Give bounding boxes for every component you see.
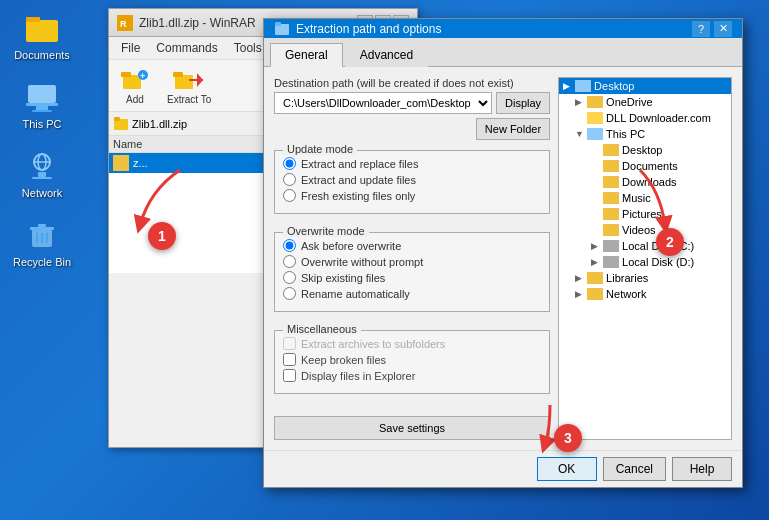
new-folder-button[interactable]: New Folder [476,118,550,140]
tree-item-dll-downloader[interactable]: DLL Downloader.com [559,110,731,126]
save-settings-button[interactable]: Save settings [274,416,550,440]
radio-skip-existing[interactable]: Skip existing files [283,271,541,284]
folder-icon [587,128,603,140]
this-pc-label: This PC [22,118,61,130]
folder-icon [603,208,619,220]
dest-row: C:\Users\DllDownloader_com\Desktop Displ… [274,92,550,114]
overwrite-mode-group: Overwrite mode Ask before overwrite Over… [274,232,550,312]
recycle-bin-label: Recycle Bin [13,256,71,268]
folder-icon [587,288,603,300]
tree-item-downloads[interactable]: Downloads [559,174,731,190]
tree-label: Libraries [606,272,648,284]
network-icon[interactable]: Network [10,148,74,199]
radio-extract-update[interactable]: Extract and update files [283,173,541,186]
dialog-tabs: General Advanced [264,38,742,67]
dialog-close-button[interactable]: ✕ [714,21,732,37]
dialog-titlebar: Extraction path and options ? ✕ [264,19,742,38]
tree-label: Local Disk (D:) [622,256,694,268]
winrar-icon: R [117,15,133,31]
tree-label: Desktop [622,144,662,156]
tree-item-music[interactable]: Music [559,190,731,206]
radio-extract-update-label: Extract and update files [301,174,416,186]
folder-icon [587,272,603,284]
radio-skip-existing-label: Skip existing files [301,272,385,284]
miscellaneous-label: Miscellaneous [283,323,361,335]
dialog-icon [274,21,290,37]
radio-ask-overwrite[interactable]: Ask before overwrite [283,239,541,252]
extract-to-button[interactable]: Extract To [161,64,217,107]
dialog-title: Extraction path and options [296,22,692,36]
menu-commands[interactable]: Commands [148,39,225,57]
dialog-help-button[interactable]: ? [692,21,710,37]
recycle-bin-icon[interactable]: Recycle Bin [10,217,74,268]
desktop: Documents This PC [0,0,769,520]
tree-label: DLL Downloader.com [606,112,711,124]
tree-item-desktop-root[interactable]: ▶ Desktop [559,78,731,94]
tree-item-local-c[interactable]: ▶ Local Disk (C:) [559,238,731,254]
tree-item-pictures[interactable]: Pictures [559,206,731,222]
documents-icon[interactable]: Documents [10,10,74,61]
svg-rect-3 [26,103,58,106]
ok-button[interactable]: OK [537,457,597,481]
desktop-icons: Documents This PC [10,10,74,268]
tree-item-this-pc[interactable]: ▼ This PC [559,126,731,142]
network-label: Network [22,187,62,199]
tree-item-desktop-sub[interactable]: Desktop [559,142,731,158]
tree-label: Network [606,288,646,300]
folder-icon [603,160,619,172]
svg-rect-1 [26,17,40,22]
extract-to-label: Extract To [167,94,211,105]
folder-icon [603,144,619,156]
radio-overwrite-prompt[interactable]: Overwrite without prompt [283,255,541,268]
radio-fresh-existing[interactable]: Fresh existing files only [283,189,541,202]
folder-icon [587,112,603,124]
tree-label: Videos [622,224,655,236]
help-button[interactable]: Help [672,457,732,481]
radio-rename-auto[interactable]: Rename automatically [283,287,541,300]
radio-rename-auto-label: Rename automatically [301,288,410,300]
checkbox-keep-broken[interactable]: Keep broken files [283,353,541,366]
checkbox-extract-subfolders-label: Extract archives to subfolders [301,338,445,350]
svg-rect-20 [121,72,131,77]
this-pc-icon[interactable]: This PC [10,79,74,130]
file-name: z... [133,157,148,169]
dest-path-select[interactable]: C:\Users\DllDownloader_com\Desktop [274,92,492,114]
file-tree[interactable]: ▶ Desktop ▶ OneDrive DLL Downloader.com [558,77,732,440]
tree-item-documents[interactable]: Documents [559,158,731,174]
tree-item-videos[interactable]: Videos [559,222,731,238]
cancel-button[interactable]: Cancel [603,457,666,481]
folder-icon [603,240,619,252]
svg-rect-10 [32,177,52,179]
folder-icon [603,224,619,236]
tree-item-onedrive[interactable]: ▶ OneDrive [559,94,731,110]
tree-item-network[interactable]: ▶ Network [559,286,731,302]
checkbox-display-explorer[interactable]: Display files in Explorer [283,369,541,382]
menu-file[interactable]: File [113,39,148,57]
radio-fresh-existing-label: Fresh existing files only [301,190,415,202]
folder-icon [587,96,603,108]
svg-rect-12 [30,227,54,230]
svg-rect-4 [36,106,48,110]
svg-rect-19 [123,75,141,89]
tab-general[interactable]: General [270,43,343,67]
folder-icon [603,192,619,204]
display-button[interactable]: Display [496,92,550,114]
svg-rect-2 [28,85,56,103]
checkbox-extract-subfolders[interactable]: Extract archives to subfolders [283,337,541,350]
dest-label: Destination path (will be created if doe… [274,77,550,89]
svg-rect-30 [275,22,281,26]
destination-section: Destination path (will be created if doe… [274,77,550,140]
dialog-right: ▶ Desktop ▶ OneDrive DLL Downloader.com [558,77,732,440]
add-button[interactable]: + Add [113,64,157,107]
miscellaneous-group: Miscellaneous Extract archives to subfol… [274,330,550,394]
tree-label: Local Disk (C:) [622,240,694,252]
svg-rect-23 [175,75,193,89]
add-label: Add [126,94,144,105]
folder-icon [603,176,619,188]
folder-icon [575,80,591,92]
tree-item-local-d[interactable]: ▶ Local Disk (D:) [559,254,731,270]
tab-advanced[interactable]: Advanced [345,43,428,67]
radio-extract-replace[interactable]: Extract and replace files [283,157,541,170]
tree-item-libraries[interactable]: ▶ Libraries [559,270,731,286]
update-mode-group: Update mode Extract and replace files Ex… [274,150,550,214]
